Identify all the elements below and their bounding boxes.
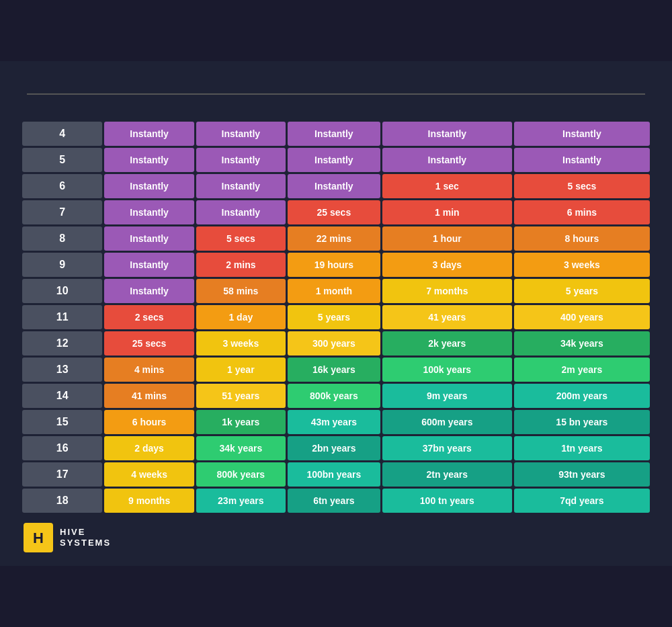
data-cell: 8 hours [514,226,650,251]
data-cell: 800k years [288,384,380,408]
data-cell: 41 years [382,305,512,329]
data-cell: 2 secs [104,305,194,329]
data-cell: 43m years [288,410,380,434]
char-count-cell: 12 [22,331,102,356]
password-table: 4InstantlyInstantlyInstantlyInstantlyIns… [20,107,652,515]
header-num-upper-lower-sym [514,109,650,120]
char-count-cell: 16 [22,436,102,460]
data-cell: 25 secs [288,200,380,224]
char-count-cell: 18 [22,489,102,513]
table-row: 162 days34k years2bn years37bn years1tn … [22,436,650,460]
data-cell: 2m years [514,358,650,382]
char-count-cell: 10 [22,279,102,303]
data-cell: 1 min [382,200,512,224]
footer: H HIVESYSTEMS [20,523,652,552]
logo-area: H HIVESYSTEMS [24,523,111,552]
title-divider [27,93,645,95]
table-row: 7InstantlyInstantly25 secs1 min6 mins [22,200,650,224]
data-cell: 7qd years [514,489,650,513]
char-count-cell: 6 [22,174,102,198]
data-cell: 1 sec [382,174,512,198]
data-cell: 6 hours [104,410,194,434]
data-cell: 22 mins [288,226,380,251]
data-cell: 9m years [382,384,512,408]
data-cell: 6 mins [514,200,650,224]
data-cell: 34k years [196,436,286,460]
data-cell: 600m years [382,410,512,434]
data-cell: 15 bn years [514,410,650,434]
data-cell: 93tn years [514,462,650,487]
data-cell: 5 years [514,279,650,303]
data-cell: Instantly [104,174,194,198]
data-cell: 41 mins [104,384,194,408]
data-cell: Instantly [288,148,380,172]
header-numbers [104,109,194,120]
data-cell: 3 days [382,253,512,277]
data-cell: 400 years [514,305,650,329]
data-cell: Instantly [196,148,286,172]
data-cell: Instantly [104,148,194,172]
data-cell: 1 day [196,305,286,329]
data-cell: 100 tn years [382,489,512,513]
table-row: 5InstantlyInstantlyInstantlyInstantlyIns… [22,148,650,172]
char-count-cell: 15 [22,410,102,434]
data-cell: 800k years [196,462,286,487]
data-cell: Instantly [104,226,194,251]
header-upper-lower [288,109,380,120]
table-row: 189 months23m years6tn years100 tn years… [22,489,650,513]
data-cell: 3 weeks [196,331,286,356]
char-count-cell: 9 [22,253,102,277]
table-header-row [22,109,650,120]
table-row: 134 mins1 year16k years100k years2m year… [22,358,650,382]
data-cell: 34k years [514,331,650,356]
table-row: 112 secs1 day5 years41 years400 years [22,305,650,329]
char-count-cell: 8 [22,226,102,251]
data-cell: 5 secs [196,226,286,251]
data-cell: 1 year [196,358,286,382]
data-cell: 2 mins [196,253,286,277]
data-cell: 16k years [288,358,380,382]
data-cell: 2tn years [382,462,512,487]
data-cell: 6tn years [288,489,380,513]
header-num-upper-lower [382,109,512,120]
svg-text:H: H [33,530,44,546]
data-cell: 4 mins [104,358,194,382]
data-cell: 200m years [514,384,650,408]
data-cell: 100bn years [288,462,380,487]
data-cell: 5 secs [514,174,650,198]
char-count-cell: 11 [22,305,102,329]
char-count-cell: 14 [22,384,102,408]
table-row: 4InstantlyInstantlyInstantlyInstantlyIns… [22,122,650,146]
char-count-cell: 17 [22,462,102,487]
data-cell: Instantly [382,122,512,146]
data-cell: 2 days [104,436,194,460]
table-row: 174 weeks800k years100bn years2tn years9… [22,462,650,487]
data-cell: 58 mins [196,279,286,303]
data-cell: 2bn years [288,436,380,460]
data-cell: Instantly [514,122,650,146]
data-cell: 5 years [288,305,380,329]
char-count-cell: 13 [22,358,102,382]
data-cell: 4 weeks [104,462,194,487]
data-cell: Instantly [288,122,380,146]
data-cell: Instantly [196,200,286,224]
data-cell: 3 weeks [514,253,650,277]
data-cell: Instantly [104,279,194,303]
data-cell: 23m years [196,489,286,513]
data-cell: 51 years [196,384,286,408]
data-cell: 1k years [196,410,286,434]
data-cell: 2k years [382,331,512,356]
char-count-cell: 5 [22,148,102,172]
logo-text: HIVESYSTEMS [60,527,111,548]
data-cell: 37bn years [382,436,512,460]
data-cell: Instantly [514,148,650,172]
hive-logo-icon: H [24,523,53,552]
char-count-cell: 4 [22,122,102,146]
data-cell: 19 hours [288,253,380,277]
data-cell: Instantly [104,253,194,277]
data-cell: 1 hour [382,226,512,251]
data-cell: 1tn years [514,436,650,460]
table-row: 9Instantly2 mins19 hours3 days3 weeks [22,253,650,277]
char-count-cell: 7 [22,200,102,224]
table-row: 8Instantly5 secs22 mins1 hour8 hours [22,226,650,251]
